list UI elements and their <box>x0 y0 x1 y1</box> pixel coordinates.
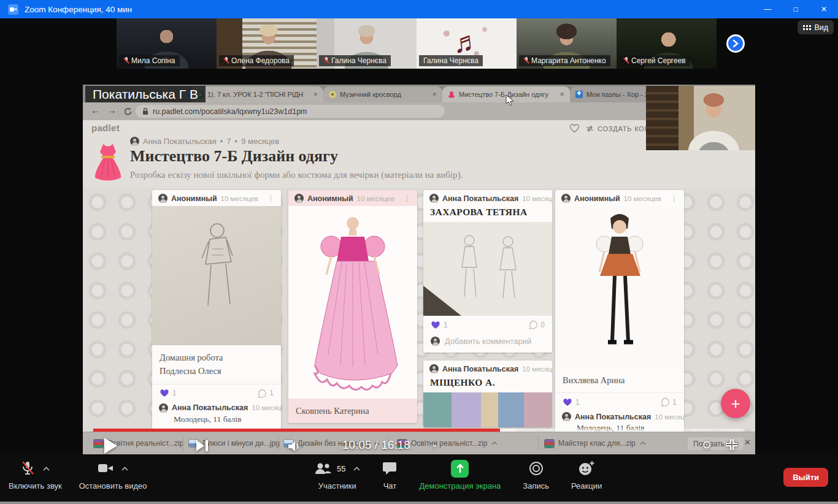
participant-strip: Мила Сопіна Олена Федорова Галина Чернєв… <box>117 18 717 69</box>
chevron-down-icon[interactable]: ⌄ <box>431 438 439 449</box>
video-progress-buffer <box>500 429 517 432</box>
browser-tab[interactable]: Музичний кросворд ✕ <box>323 86 442 102</box>
card-image-sketch[interactable] <box>423 222 552 316</box>
padlet-dress-favicon <box>448 91 455 98</box>
reactions-button[interactable]: Реакции <box>571 460 602 491</box>
comment-bubble-icon[interactable] <box>660 397 670 407</box>
maximize-button[interactable]: □ <box>782 0 810 18</box>
title-bar: Zoom Конференция, 40 мин — □ ✕ <box>0 0 838 18</box>
volume-icon[interactable] <box>287 440 302 452</box>
zoom-toolbar: Включить звук Остановить видео <box>0 454 838 502</box>
like-heart-icon[interactable] <box>160 389 169 397</box>
card-menu-icon[interactable]: ⋮ <box>403 194 411 203</box>
avatar <box>130 137 139 146</box>
card-menu-icon[interactable]: ⋮ <box>267 194 275 203</box>
like-heart-icon[interactable] <box>431 321 440 329</box>
avatar <box>562 412 571 421</box>
mic-muted-icon <box>623 57 629 64</box>
participant-tile[interactable]: Сергей Сергеев <box>617 18 717 69</box>
card-title: МІЩЕНКО А. <box>423 376 552 392</box>
forward-icon[interactable]: → <box>107 105 117 115</box>
mic-muted-icon <box>323 57 329 64</box>
participants-button[interactable]: 55 Участники <box>314 460 360 491</box>
tab-close-icon[interactable]: ✕ <box>556 91 564 97</box>
stop-video-button[interactable]: Остановить видео <box>79 460 147 491</box>
puzzle-favicon <box>575 91 583 98</box>
video-progress-fill <box>93 429 500 432</box>
back-icon[interactable]: ← <box>91 105 100 115</box>
participant-tile[interactable]: Олена Федорова <box>217 18 317 69</box>
participant-count: 55 <box>337 464 345 473</box>
participant-tile[interactable]: Мила Сопіна <box>117 18 217 69</box>
card-caption: Сковпень Катерина <box>296 404 410 418</box>
board-dress-icon <box>93 142 123 183</box>
board-author: Анна Покатыльская <box>143 137 217 146</box>
view-button[interactable]: Вид <box>798 20 834 34</box>
exit-fullscreen-icon[interactable] <box>725 438 739 451</box>
address-bar[interactable]: ru.padlet.com/pocatilska/lqxwny1u23w1d1p… <box>136 105 445 118</box>
comment-bubble-icon[interactable] <box>528 320 538 329</box>
board-age: 9 месяцев <box>241 137 279 146</box>
unmute-button[interactable]: Включить звук <box>9 460 62 491</box>
mic-muted-icon <box>523 57 529 64</box>
presenter-webcam[interactable] <box>646 86 755 150</box>
card-title: ЗАХАРОВА ТЕТЯНА <box>423 206 552 222</box>
chat-bubble-icon <box>382 461 397 476</box>
chevron-up-icon[interactable] <box>491 441 498 445</box>
chevron-up-icon[interactable] <box>353 467 360 471</box>
next-participants-button[interactable] <box>726 34 745 53</box>
share-screen-button[interactable]: Демонстрация экрана <box>419 460 501 491</box>
settings-gear-icon[interactable]: ⚙ <box>702 438 712 452</box>
participant-tile[interactable]: ♬ Галина Чернєва <box>417 18 517 69</box>
like-heart-icon[interactable] <box>563 398 572 407</box>
minimize-button[interactable]: — <box>753 0 782 18</box>
view-grid-icon <box>803 25 805 27</box>
zoom-app-icon <box>8 4 18 15</box>
card-menu-icon[interactable]: ⋮ <box>670 194 678 203</box>
tab-close-icon[interactable]: ✕ <box>309 91 318 97</box>
figure-sketches <box>423 222 552 316</box>
padlet-card[interactable]: Анонимный 10 месяцев ⋮ <box>152 190 281 430</box>
chevron-up-icon[interactable] <box>640 441 646 445</box>
comment-count: 1 <box>672 398 677 407</box>
crossword-favicon <box>329 91 336 98</box>
board-author-row: Анна Покатыльская • 7 • 9 месяцев <box>130 137 279 146</box>
next-track-button[interactable] <box>196 440 208 451</box>
card-image-collage[interactable] <box>423 392 552 427</box>
card-image-sketch[interactable] <box>152 206 281 345</box>
like-count: 1 <box>444 321 448 329</box>
reload-icon[interactable] <box>123 107 133 116</box>
padlet-card[interactable]: Анна Покатыльская 10 месяцев ⋮ МІЩЕНКО А… <box>423 361 552 427</box>
board-count: 7 <box>226 137 231 146</box>
chevron-up-icon[interactable] <box>121 467 128 471</box>
download-item[interactable]: Майстер клас для...zip <box>545 432 646 454</box>
chevron-up-icon[interactable] <box>43 467 50 471</box>
tab-close-icon[interactable]: ✕ <box>428 91 437 97</box>
add-comment-field[interactable]: Добавить комментарий <box>423 334 552 353</box>
participant-name: Галина Чернєва <box>423 56 479 65</box>
avatar <box>294 194 304 203</box>
heart-outline-icon[interactable] <box>569 124 580 133</box>
participant-tile[interactable]: Галина Чернєва <box>317 18 417 69</box>
chat-button[interactable]: Чат <box>382 460 397 491</box>
card-comment: Анна Покатыльская 10 месяцев ⋮ Молодець,… <box>152 402 281 430</box>
fashion-sketch <box>158 210 275 342</box>
participant-tile[interactable]: Маргарита Антоненко <box>517 18 617 69</box>
card-caption: Подлесна Олеся <box>160 364 274 378</box>
card-image-pink-dress[interactable] <box>288 206 417 399</box>
comment-bubble-icon[interactable] <box>257 389 267 398</box>
downloads-bar: Освітня реальніст...zip Плюси і мінуси д… <box>83 432 755 454</box>
card-image-girl-drawing[interactable] <box>555 206 684 368</box>
download-item[interactable]: Освітня реальніст...zip <box>398 432 498 454</box>
padlet-card[interactable]: Анонимный 10 месяцев ⋮ <box>288 190 417 423</box>
padlet-add-post-button[interactable]: + <box>721 389 750 418</box>
padlet-card[interactable]: Анна Покатыльская 10 месяцев ⋮ ЗАХАРОВА … <box>423 190 552 353</box>
padlet-card[interactable]: Анонимный 10 месяцев ⋮ <box>555 190 684 439</box>
video-progress-bar[interactable] <box>93 429 745 432</box>
close-button[interactable]: ✕ <box>810 0 838 18</box>
record-button[interactable]: Запись <box>523 460 549 491</box>
downloads-close-icon[interactable]: ✕ <box>744 438 751 447</box>
leave-button[interactable]: Выйти <box>783 468 828 487</box>
browser-tab[interactable]: 1). 7 кл. УРОК 1-2 "ПІСНІ РІДН ✕ <box>191 86 323 102</box>
play-button[interactable] <box>104 438 117 454</box>
